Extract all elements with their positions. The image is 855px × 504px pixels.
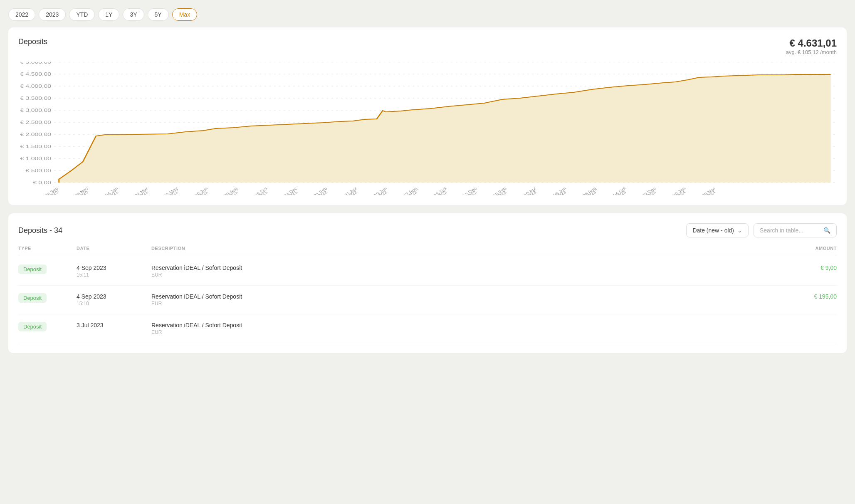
svg-text:€ 0,00: € 0,00: [33, 180, 51, 185]
deposit-badge: Deposit: [18, 264, 47, 274]
table-column-headers: TYPE DATE DESCRIPTION AMOUNT: [18, 246, 837, 255]
desc-main: Reservation iDEAL / Sofort Deposit: [151, 264, 778, 271]
date-time: 15:11: [77, 272, 151, 278]
amount-cell: € 9,00: [778, 264, 837, 271]
date-main: 3 Jul 2023: [77, 322, 151, 329]
svg-text:€ 3.500,00: € 3.500,00: [20, 96, 51, 101]
search-placeholder: Search in table...: [760, 227, 803, 234]
svg-text:€ 2.000,00: € 2.000,00: [20, 132, 51, 137]
date-time: 15:10: [77, 301, 151, 306]
chart-header: Deposits € 4.631,01 avg. € 105,12 /month: [18, 37, 837, 55]
type-cell: Deposit: [18, 264, 77, 274]
desc-sub: EUR: [151, 301, 778, 306]
chart-svg: € 5.000,00 € 4.500,00 € 4.000,00 € 3.500…: [18, 62, 837, 195]
date-cell: 4 Sep 2023 15:10: [77, 293, 151, 306]
time-filter-ytd[interactable]: YTD: [69, 8, 95, 21]
search-box[interactable]: Search in table... 🔍: [754, 223, 837, 237]
col-type: TYPE: [18, 246, 77, 251]
deposits-chart-card: Deposits € 4.631,01 avg. € 105,12 /month: [8, 27, 847, 205]
deposit-badge: Deposit: [18, 293, 47, 303]
sort-dropdown[interactable]: Date (new - old) ⌄: [686, 223, 749, 237]
desc-cell: Reservation iDEAL / Sofort Deposit EUR: [151, 293, 778, 306]
date-main: 4 Sep 2023: [77, 264, 151, 271]
table-title: Deposits - 34: [18, 226, 62, 235]
time-filter-3y[interactable]: 3Y: [123, 8, 144, 21]
table-controls: Date (new - old) ⌄ Search in table... 🔍: [686, 223, 837, 237]
time-filter-1y[interactable]: 1Y: [98, 8, 119, 21]
date-cell: 4 Sep 2023 15:11: [77, 264, 151, 278]
desc-main: Reservation iDEAL / Sofort Deposit: [151, 293, 778, 300]
svg-text:€ 4.500,00: € 4.500,00: [20, 72, 51, 77]
time-filter-bar: 20222023YTD1Y3Y5YMax: [8, 8, 847, 21]
table-row: Deposit 4 Sep 2023 15:11 Reservation iDE…: [18, 257, 837, 286]
svg-text:€ 4.000,00: € 4.000,00: [20, 84, 51, 89]
chart-value-block: € 4.631,01 avg. € 105,12 /month: [786, 37, 837, 55]
chart-avg: avg. € 105,12 /month: [786, 49, 837, 55]
time-filter-5y[interactable]: 5Y: [148, 8, 169, 21]
type-cell: Deposit: [18, 293, 77, 303]
desc-sub: EUR: [151, 329, 778, 335]
col-description: DESCRIPTION: [151, 246, 778, 251]
time-filter-2023[interactable]: 2023: [39, 8, 66, 21]
time-filter-max[interactable]: Max: [172, 8, 197, 21]
svg-text:€ 2.500,00: € 2.500,00: [20, 120, 51, 125]
type-cell: Deposit: [18, 322, 77, 331]
col-date: DATE: [77, 246, 151, 251]
desc-cell: Reservation iDEAL / Sofort Deposit EUR: [151, 264, 778, 278]
svg-text:€ 500,00: € 500,00: [26, 168, 52, 173]
svg-text:€ 3.000,00: € 3.000,00: [20, 108, 51, 113]
svg-text:€ 5.000,00: € 5.000,00: [20, 62, 51, 64]
chart-title: Deposits: [18, 37, 47, 46]
table-header: Deposits - 34 Date (new - old) ⌄ Search …: [18, 223, 837, 237]
amount-cell: € 195,00: [778, 293, 837, 300]
desc-cell: Reservation iDEAL / Sofort Deposit EUR: [151, 322, 778, 335]
col-amount: AMOUNT: [778, 246, 837, 251]
table-row: Deposit 3 Jul 2023 Reservation iDEAL / S…: [18, 314, 837, 343]
svg-text:€ 1.500,00: € 1.500,00: [20, 144, 51, 149]
date-main: 4 Sep 2023: [77, 293, 151, 300]
desc-sub: EUR: [151, 272, 778, 278]
sort-label: Date (new - old): [692, 227, 734, 234]
desc-main: Reservation iDEAL / Sofort Deposit: [151, 322, 778, 329]
chart-container: € 5.000,00 € 4.500,00 € 4.000,00 € 3.500…: [18, 62, 837, 195]
deposit-badge: Deposit: [18, 322, 47, 331]
chart-total: € 4.631,01: [786, 37, 837, 49]
svg-text:€ 1.000,00: € 1.000,00: [20, 156, 51, 161]
deposits-table-card: Deposits - 34 Date (new - old) ⌄ Search …: [8, 213, 847, 353]
date-cell: 3 Jul 2023: [77, 322, 151, 329]
search-icon: 🔍: [823, 227, 830, 234]
table-body: Deposit 4 Sep 2023 15:11 Reservation iDE…: [18, 257, 837, 343]
time-filter-2022[interactable]: 2022: [8, 8, 35, 21]
table-row: Deposit 4 Sep 2023 15:10 Reservation iDE…: [18, 286, 837, 314]
chevron-down-icon: ⌄: [737, 227, 742, 234]
